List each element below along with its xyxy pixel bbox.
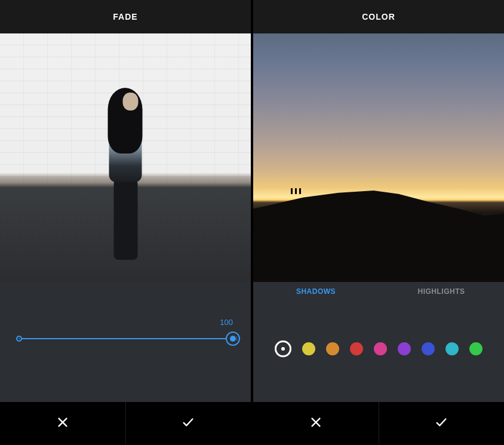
slider-track[interactable] — [18, 338, 233, 339]
color-panel: COLOR SHADOWS HIGHLIGHTS — [253, 0, 504, 445]
subject-silhouette — [97, 69, 154, 260]
cancel-button[interactable] — [253, 402, 379, 445]
action-bar — [253, 402, 504, 445]
x-icon — [56, 416, 69, 431]
slider-min-marker — [16, 336, 22, 342]
tab-highlights[interactable]: HIGHLIGHTS — [379, 282, 504, 301]
x-icon — [309, 416, 322, 431]
check-icon — [435, 416, 448, 431]
swatch-color-4[interactable] — [374, 342, 387, 355]
photo-preview — [253, 33, 504, 282]
check-icon — [182, 416, 195, 431]
swatch-color-3[interactable] — [350, 342, 363, 355]
action-bar — [0, 402, 251, 445]
fade-controls: 100 — [0, 282, 251, 402]
swatch-color-6[interactable] — [422, 342, 435, 355]
swatch-none[interactable] — [275, 340, 291, 357]
confirm-button[interactable] — [125, 402, 251, 445]
swatch-color-8[interactable] — [469, 342, 483, 355]
swatch-color-1[interactable] — [302, 342, 315, 355]
color-controls: SHADOWS HIGHLIGHTS — [253, 282, 504, 402]
swatch-color-7[interactable] — [445, 342, 459, 355]
color-swatches — [253, 340, 504, 357]
landscape-silhouette — [253, 168, 504, 282]
tab-shadows[interactable]: SHADOWS — [253, 282, 379, 301]
slider-value-label: 100 — [220, 318, 233, 327]
swatch-color-2[interactable] — [326, 342, 339, 355]
cancel-button[interactable] — [0, 402, 125, 445]
panel-title: FADE — [0, 0, 251, 33]
confirm-button[interactable] — [379, 402, 505, 445]
slider-max-marker — [236, 336, 239, 341]
panel-title: COLOR — [253, 0, 504, 33]
tiny-figures — [291, 188, 301, 194]
photo-preview — [0, 33, 251, 282]
swatch-color-5[interactable] — [398, 342, 411, 355]
tone-tabs: SHADOWS HIGHLIGHTS — [253, 282, 504, 301]
fade-slider[interactable]: 100 — [18, 338, 233, 339]
fade-panel: FADE 100 — [0, 0, 251, 445]
